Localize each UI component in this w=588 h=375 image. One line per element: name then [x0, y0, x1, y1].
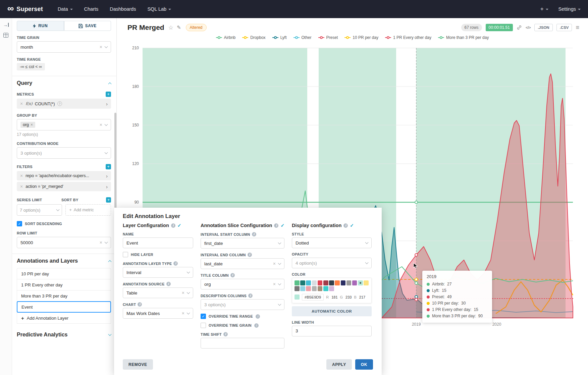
nav-settings[interactable]: Settings [558, 6, 581, 12]
annotation-layer-type-select[interactable]: Interval [123, 267, 193, 278]
group-by-select[interactable]: org × × [17, 119, 111, 130]
ok-button[interactable]: OK [355, 359, 373, 370]
legend-item[interactable]: Preset [318, 35, 338, 40]
remove-tag-icon[interactable]: × [31, 122, 33, 127]
nav-dashboards[interactable]: Dashboards [110, 6, 136, 12]
annotation-layer-item[interactable]: 1 PR Every other day [17, 279, 111, 290]
series-limit-select[interactable]: 7 option(s) [17, 204, 62, 216]
nav-new-button[interactable]: + [540, 6, 548, 12]
layer-name-input[interactable] [123, 237, 193, 248]
legend-item[interactable]: Lyft [272, 35, 287, 40]
hex-input[interactable]: #B5E9D9 [302, 294, 324, 301]
clear-icon[interactable]: × [100, 240, 102, 245]
color-swatch[interactable] [306, 280, 311, 285]
description-columns-select[interactable]: 3 option(s) [201, 299, 284, 310]
contribution-mode-select[interactable]: 3 option(s) [17, 147, 111, 159]
color-swatch[interactable] [318, 286, 323, 291]
clear-icon[interactable]: × [273, 281, 276, 287]
add-metric-button[interactable]: + [106, 92, 111, 97]
group-by-tag[interactable]: org × [20, 122, 35, 128]
opacity-select[interactable]: 4 option(s) [292, 258, 372, 268]
legend-item[interactable]: Other [293, 35, 312, 40]
title-column-select[interactable]: org × [201, 279, 284, 289]
clear-icon[interactable]: × [182, 290, 184, 296]
color-swatch[interactable] [300, 286, 305, 291]
color-swatch[interactable] [323, 286, 328, 291]
clear-icon[interactable]: × [182, 311, 184, 316]
remove-filter-icon[interactable]: × [20, 173, 23, 178]
filter-chip[interactable]: × repo = 'apache/incubator-supers... › [17, 171, 111, 180]
legend-item[interactable]: Airbnb [216, 35, 236, 40]
panel-scrollbar[interactable] [114, 113, 116, 210]
line-width-input[interactable] [292, 326, 372, 336]
nav-sql-lab[interactable]: SQL Lab [147, 6, 171, 12]
more-menu-icon[interactable]: ≡ [576, 24, 579, 31]
color-swatch[interactable] [295, 280, 300, 285]
annotation-layer-item[interactable]: 10 PR per day [17, 268, 111, 279]
legend-item[interactable]: 1 PR Every other day [385, 35, 431, 40]
color-swatch[interactable] [352, 280, 357, 285]
interval-start-select[interactable]: first_date [201, 238, 284, 249]
favorite-star-icon[interactable]: ☆ [168, 24, 173, 31]
section-query[interactable]: Query [17, 80, 111, 86]
color-swatch[interactable] [312, 280, 317, 285]
color-swatch[interactable] [323, 280, 328, 285]
share-link-icon[interactable] [517, 25, 522, 30]
apply-button[interactable]: APPLY [326, 359, 352, 370]
clear-icon[interactable]: × [273, 261, 276, 266]
time-range-chip[interactable]: -∞ ≤ col < ∞ [17, 63, 45, 70]
row-limit-select[interactable]: 50000 × [17, 237, 111, 248]
section-predictive[interactable]: Predictive Analytics [17, 332, 111, 338]
color-swatch[interactable] [295, 286, 300, 291]
override-time-grain-checkbox[interactable]: OVERRIDE TIME GRAIN i [201, 323, 284, 328]
interval-end-select[interactable]: last_date × [201, 258, 284, 269]
time-shift-input[interactable] [201, 338, 284, 349]
hide-layer-checkbox[interactable]: HIDE LAYER [123, 252, 193, 257]
embed-code-icon[interactable]: </> [526, 25, 531, 30]
color-swatch[interactable] [312, 286, 317, 291]
color-swatch[interactable] [329, 280, 334, 285]
color-swatch[interactable] [318, 280, 323, 285]
legend-item[interactable]: Dropbox [242, 35, 265, 40]
save-button[interactable]: SAVE [64, 21, 111, 31]
color-swatch[interactable] [306, 286, 311, 291]
automatic-color-button[interactable]: AUTOMATIC COLOR [292, 306, 372, 316]
add-annotation-layer[interactable]: + Add Annotation Layer [17, 312, 111, 324]
sort-by-add-metric[interactable]: + Add metric [65, 204, 111, 216]
color-swatch[interactable] [341, 280, 346, 285]
chart-select[interactable]: Max Work Dates × [123, 308, 193, 319]
datasource-grid-icon[interactable] [3, 33, 8, 38]
add-filter-button[interactable]: + [106, 164, 111, 169]
clear-icon[interactable]: × [100, 122, 102, 127]
export-csv-button[interactable]: .CSV [556, 24, 572, 31]
annotation-layer-item[interactable]: More than 3 PR per day [17, 290, 111, 302]
superset-logo[interactable]: ∞ Superset [7, 5, 43, 13]
run-button[interactable]: RUN [17, 21, 64, 31]
color-swatch[interactable] [335, 280, 340, 285]
collapse-panel-icon[interactable]: → [3, 22, 9, 28]
color-swatch[interactable] [300, 280, 305, 285]
remove-button[interactable]: REMOVE [123, 359, 153, 370]
g-value[interactable]: 233 [345, 295, 352, 299]
clear-icon[interactable]: × [100, 44, 102, 50]
nav-charts[interactable]: Charts [84, 6, 99, 12]
override-time-range-checkbox[interactable]: ✓ OVERRIDE TIME RANGE i [201, 314, 284, 319]
export-json-button[interactable]: .JSON [534, 24, 553, 31]
time-grain-select[interactable]: month × [17, 41, 111, 53]
style-select[interactable]: Dotted [292, 237, 372, 248]
legend-item[interactable]: 10 PR per day [344, 35, 378, 40]
color-swatch[interactable] [364, 280, 369, 285]
sort-descending-checkbox[interactable]: ✓ SORT DESCENDING [17, 221, 111, 226]
color-swatch[interactable] [346, 280, 352, 285]
r-value[interactable]: 181 [331, 295, 337, 299]
color-swatch-selected[interactable] [358, 280, 363, 285]
annotation-layer-item-selected[interactable]: Event [17, 301, 111, 313]
nav-data[interactable]: Data [58, 6, 73, 12]
annotation-source-select[interactable]: Table × [123, 287, 193, 298]
legend-item[interactable]: More than 3 PR per day [438, 35, 489, 40]
b-value[interactable]: 217 [359, 295, 365, 299]
add-sort-metric-button[interactable]: + [106, 197, 111, 203]
metric-chip[interactable]: × f(x) COUNT(*) ? › [17, 99, 111, 109]
filter-chip[interactable]: × action = 'pr_merged' › [17, 182, 111, 191]
section-annotations[interactable]: Annotations and Layers [17, 258, 111, 264]
